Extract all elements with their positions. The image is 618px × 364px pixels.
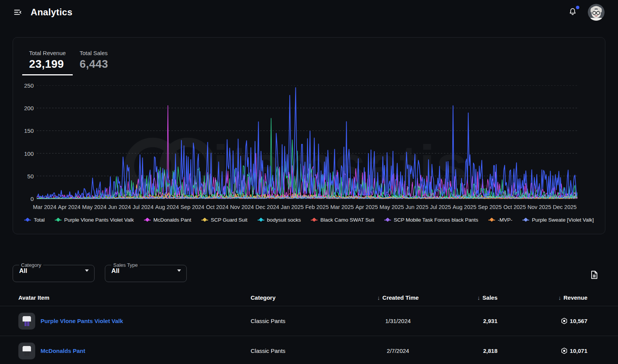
legend-label: Total [34,217,45,223]
x-axis-tick: Sep 2025 [478,204,502,210]
column-header-revenue[interactable]: ↓Revenue [497,294,587,301]
export-report-icon[interactable] [588,268,601,283]
legend-marker-icon [522,218,529,222]
legend-item[interactable]: bodysuit socks [258,217,301,223]
column-header-created-time[interactable]: ↓Created Time [350,294,446,301]
x-axis-tick: May 2025 [380,204,404,210]
legend-item[interactable]: Black Camo SWAT Suit [311,217,374,223]
x-axis-tick: Jul 2024 [132,204,153,210]
table-row: Purple Vlone Pants Violet ValkClassic Pa… [0,306,618,336]
y-axis-tick: 100 [24,150,34,157]
x-axis-tick: Oct 2025 [503,204,526,210]
legend-item[interactable]: Total [24,217,45,223]
dropdown-caret-icon [85,269,89,272]
tab-total-revenue[interactable]: Total Revenue 23,199 [22,47,73,75]
tab-total-sales[interactable]: Total Sales 6,443 [73,47,115,75]
x-axis-tick: Apr 2024 [58,204,81,210]
x-axis-tick: Mar 2024 [33,204,56,210]
item-name-link[interactable]: McDonalds Pant [41,348,85,354]
legend-marker-icon [384,218,391,222]
legend-marker-icon [311,218,318,222]
item-sales: 2,931 [446,318,497,324]
x-axis-tick: May 2024 [82,204,107,210]
item-category: Classic Pants [251,348,350,354]
legend-marker-icon [144,218,151,222]
stats-tabs: Total Revenue 23,199 Total Sales 6,443 [22,47,605,75]
legend-item[interactable]: Purple Vlone Pants Violet Valk [55,217,134,223]
filters-row: Category All Sales Type All [13,261,605,283]
legend-label: Purple Sweate [Violet Valk] [532,217,594,223]
x-axis-tick: Jan 2025 [281,204,304,210]
sort-descending-icon: ↓ [558,294,561,301]
x-axis: Mar 2024Apr 2024May 2024Jun 2024Jul 2024… [33,204,577,210]
total-sales-label: Total Sales [80,50,108,56]
legend-label: -MVP- [498,217,512,223]
user-avatar[interactable] [588,4,605,21]
category-select[interactable]: Category All [13,262,95,282]
item-revenue: 10,567 [497,318,587,324]
column-header-category: Category [251,294,350,301]
sort-descending-icon: ↓ [477,294,480,301]
legend-label: SCP Guard Suit [211,217,248,223]
table-body: Purple Vlone Pants Violet ValkClassic Pa… [0,306,618,364]
y-axis-tick: 50 [27,173,34,179]
legend-label: Purple Vlone Pants Violet Valk [64,217,134,223]
robux-currency-icon [561,348,567,354]
total-revenue-value: 23,199 [29,58,66,70]
x-axis-tick: Aug 2024 [155,204,179,210]
legend-marker-icon [258,218,264,222]
collapse-menu-icon[interactable] [11,6,24,18]
y-axis-tick: 150 [24,127,34,134]
sort-descending-icon: ↓ [377,294,380,301]
notification-bell-icon[interactable] [566,5,579,20]
legend-label: Black Camo SWAT Suit [320,217,374,223]
y-axis: 050100150200250 [17,85,34,199]
legend-marker-icon [55,218,62,222]
x-axis-tick: Dec 2024 [256,204,279,210]
x-axis-tick: Mar 2025 [330,204,354,210]
total-revenue-label: Total Revenue [29,50,66,56]
x-axis-tick: Aug 2025 [453,204,476,210]
item-revenue: 10,071 [497,348,587,354]
item-name-link[interactable]: Purple Vlone Pants Violet Valk [41,318,123,324]
items-table: Avatar Item Category ↓Created Time ↓Sale… [0,289,618,364]
y-axis-tick: 200 [24,105,34,111]
legend-marker-icon [24,218,31,222]
item-created-time: 1/31/2024 [350,318,446,324]
column-header-sales[interactable]: ↓Sales [446,294,497,301]
dropdown-caret-icon [177,269,181,272]
item-revenue-value: 10,567 [570,318,587,324]
page-title: Analytics [31,7,72,18]
table-row: McDonalds PantClassic Pants2/7/20242,818… [0,336,618,364]
sales-type-select[interactable]: Sales Type All [105,262,187,282]
x-axis-tick: Sep 2024 [181,204,204,210]
legend-item[interactable]: McDonalds Pant [144,217,191,223]
analytics-chart-card: Total Revenue 23,199 Total Sales 6,443 i… [13,37,605,234]
x-axis-tick: Jul 2025 [430,204,451,210]
y-axis-tick: 250 [24,82,34,89]
robux-currency-icon [561,318,567,324]
item-created-time: 2/7/2024 [350,348,446,354]
x-axis-tick: Jun 2024 [108,204,131,210]
x-axis-tick: Apr 2025 [355,204,378,210]
chart-legend: TotalPurple Vlone Pants Violet ValkMcDon… [13,217,605,223]
legend-item[interactable]: SCP Mobile Task Forces black Pants [384,217,478,223]
x-axis-tick: Nov 2025 [527,204,551,210]
total-sales-value: 6,443 [80,58,108,70]
legend-item[interactable]: -MVP- [488,217,512,223]
legend-marker-icon [488,218,495,222]
category-select-value: All [19,267,27,274]
table-header-row: Avatar Item Category ↓Created Time ↓Sale… [0,289,618,306]
item-sales: 2,818 [446,348,497,354]
x-axis-tick: Feb 2025 [305,204,329,210]
legend-marker-icon [201,218,208,222]
top-app-bar: Analytics [0,0,618,24]
legend-item[interactable]: SCP Guard Suit [201,217,248,223]
column-header-avatar-item: Avatar Item [18,294,251,301]
item-category: Classic Pants [251,318,350,324]
x-axis-tick: Jun 2025 [406,204,429,210]
legend-label: bodysuit socks [267,217,301,223]
sales-type-select-value: All [111,267,119,274]
sales-line-chart[interactable]: itemsatis HESAP / SKIN / ITEM / E-PINcom… [37,85,577,200]
legend-item[interactable]: Purple Sweate [Violet Valk] [522,217,594,223]
